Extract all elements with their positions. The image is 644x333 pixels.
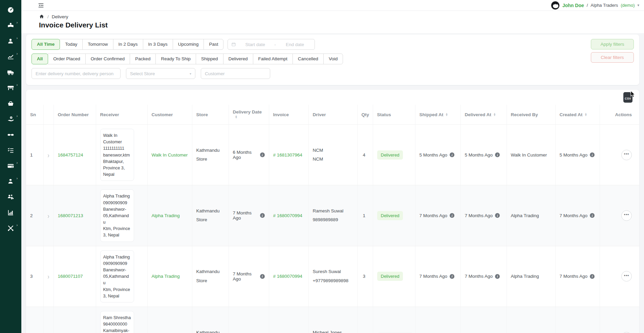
time-tab-in-3-days[interactable]: In 3 Days — [143, 39, 173, 50]
info-icon[interactable]: i — [590, 274, 595, 279]
info-icon[interactable]: i — [450, 152, 454, 157]
receiver-address-box: Ram Shrestha 9840000000 Kamalbinyak-10, … — [100, 311, 134, 333]
created-at-cell: 5 Months Agoi — [555, 125, 600, 185]
shipped-at-cell: ---i — [415, 307, 460, 333]
info-icon[interactable]: i — [450, 213, 454, 218]
apply-filters-button[interactable]: Apply filters — [591, 39, 634, 49]
sort-carets-icon[interactable]: ▲▼ — [235, 116, 238, 119]
sidebar-item-payments[interactable]: › — [0, 111, 21, 127]
column-header-created_at[interactable]: Created At▲▼ — [555, 105, 600, 125]
order-number-link[interactable]: 1680071213 — [58, 213, 83, 218]
order-number-link[interactable]: 1680071107 — [58, 274, 83, 279]
customer-input[interactable] — [201, 68, 270, 79]
invoice-link[interactable]: # 1681307964 — [273, 152, 302, 158]
user-separator: / — [587, 3, 588, 8]
time-tab-in-2-days[interactable]: In 2 Days — [113, 39, 143, 50]
sidebar-item-bar-chart[interactable] — [0, 205, 21, 220]
time-tab-all-time[interactable]: All Time — [31, 39, 60, 50]
invoice-link[interactable]: # 1680070994 — [273, 213, 302, 218]
store-select[interactable]: Select Store ▾ — [126, 68, 195, 79]
time-filter-tabs: All TimeTodayTomorrowIn 2 DaysIn 3 DaysU… — [31, 39, 223, 50]
info-icon[interactable]: i — [495, 274, 500, 279]
column-header-shipped_at[interactable]: Shipped At▲▼ — [415, 105, 460, 125]
row-actions-button[interactable]: ••• — [621, 210, 632, 221]
invoice-link[interactable]: # 1680070994 — [273, 274, 302, 279]
qty-cell: 4 — [357, 125, 373, 185]
info-icon[interactable]: i — [590, 152, 595, 157]
status-tab-all[interactable]: All — [31, 54, 48, 64]
csv-export-icon[interactable]: CSV — [623, 92, 632, 103]
status-tab-shipped[interactable]: Shipped — [196, 54, 223, 64]
expand-row-icon[interactable]: › — [48, 273, 49, 280]
sidebar-item-staff[interactable]: › — [0, 173, 21, 189]
sidebar-item-dashboard[interactable] — [0, 2, 21, 18]
info-icon[interactable]: i — [495, 213, 500, 218]
customer-link[interactable]: Alpha Trading — [152, 213, 180, 218]
customer-link[interactable]: Walk In Customer — [152, 152, 188, 158]
time-tab-upcoming[interactable]: Upcoming — [173, 39, 204, 50]
status-tab-cancelled[interactable]: Cancelled — [293, 54, 324, 64]
end-date-input[interactable]: End date — [279, 42, 312, 47]
chevron-right-icon: › — [17, 83, 18, 87]
created-at-cell: 7 Months Agoi — [555, 307, 600, 333]
info-icon[interactable]: i — [590, 213, 595, 218]
date-range-picker[interactable]: Start date - End date — [228, 39, 315, 50]
row-actions-button[interactable]: ••• — [621, 271, 632, 282]
info-icon[interactable]: i — [495, 152, 500, 157]
sidebar-item-tools[interactable]: › — [0, 220, 21, 236]
home-icon[interactable] — [39, 14, 44, 19]
row-actions-button[interactable]: ••• — [621, 150, 632, 160]
sidebar-item-credit-card[interactable]: › — [0, 158, 21, 173]
sidebar-item-goggles[interactable] — [0, 127, 21, 142]
sort-carets-icon[interactable]: ▲▼ — [445, 113, 448, 117]
received-by-cell: --- — [507, 307, 555, 333]
breadcrumb-page[interactable]: Delivery — [52, 14, 68, 19]
sidebar-item-catalog[interactable]: › — [0, 18, 21, 33]
driver-cell: Ramesh Suwal 9898989889 — [308, 185, 357, 246]
delivery-search-input[interactable] — [31, 68, 121, 79]
dashboard-icon — [7, 6, 15, 14]
status-tab-delivered[interactable]: Delivered — [223, 54, 253, 64]
sidebar-item-delivery-truck[interactable] — [0, 64, 21, 80]
customer-link[interactable]: Alpha Trading — [152, 274, 180, 279]
sidebar-item-customers[interactable]: › — [0, 33, 21, 49]
column-header-delivered_at[interactable]: Delivered At▲▼ — [460, 105, 507, 125]
expand-row-icon[interactable]: › — [48, 212, 49, 219]
sidebar-item-basket[interactable] — [0, 96, 21, 111]
clear-filters-button[interactable]: Clear filters — [591, 52, 634, 63]
time-tab-past[interactable]: Past — [203, 39, 223, 50]
store-cell: Kathmandu Store — [192, 307, 229, 333]
info-icon[interactable]: i — [260, 213, 265, 218]
info-icon[interactable]: i — [260, 274, 265, 279]
status-tab-ready-to-ship[interactable]: Ready To Ship — [155, 54, 196, 64]
sidebar-item-suppliers[interactable] — [0, 189, 21, 205]
column-header-delivery_date[interactable]: Delivery Date▲▼ — [229, 105, 269, 125]
sort-carets-icon[interactable]: ▲▼ — [493, 113, 496, 117]
table-row: 3 › 1680071107 Alpha Trading 0909090909 … — [26, 246, 639, 307]
sidebar-item-checklist[interactable] — [0, 142, 21, 158]
info-icon[interactable]: i — [450, 274, 454, 279]
sidebar-collapse-icon[interactable] — [38, 2, 45, 9]
status-filter-tabs: AllOrder PlacedOrder ConfirmedPackedRead… — [31, 54, 343, 64]
checklist-icon — [7, 146, 15, 154]
status-tab-packed[interactable]: Packed — [130, 54, 156, 64]
status-tab-order-placed[interactable]: Order Placed — [48, 54, 86, 64]
info-icon[interactable]: i — [260, 152, 265, 157]
status-tab-order-confirmed[interactable]: Order Confirmed — [85, 54, 130, 64]
chevron-down-icon: ▾ — [190, 72, 191, 76]
sidebar-item-store[interactable]: › — [0, 80, 21, 96]
delivered-at-cell: 7 Months Agoi — [460, 185, 507, 246]
start-date-input[interactable]: Start date — [239, 42, 272, 47]
time-filter-row: All TimeTodayTomorrowIn 2 DaysIn 3 DaysU… — [31, 39, 634, 50]
sidebar-item-reports[interactable]: › — [0, 49, 21, 64]
sort-carets-icon[interactable]: ▲▼ — [584, 113, 587, 117]
status-tab-failed-attempt[interactable]: Failed Attempt — [253, 54, 293, 64]
status-tab-void[interactable]: Void — [323, 54, 343, 64]
expand-row-icon[interactable]: › — [48, 151, 49, 159]
time-tab-today[interactable]: Today — [60, 39, 83, 50]
status-cell: Delivered — [373, 246, 415, 307]
time-tab-tomorrow[interactable]: Tomorrow — [82, 39, 113, 50]
user-menu[interactable]: John Doe / Alpha Traders (demo) ▾ — [551, 1, 639, 10]
row-actions-button[interactable]: ••• — [621, 332, 632, 333]
order-number-link[interactable]: 1684757124 — [58, 152, 83, 158]
